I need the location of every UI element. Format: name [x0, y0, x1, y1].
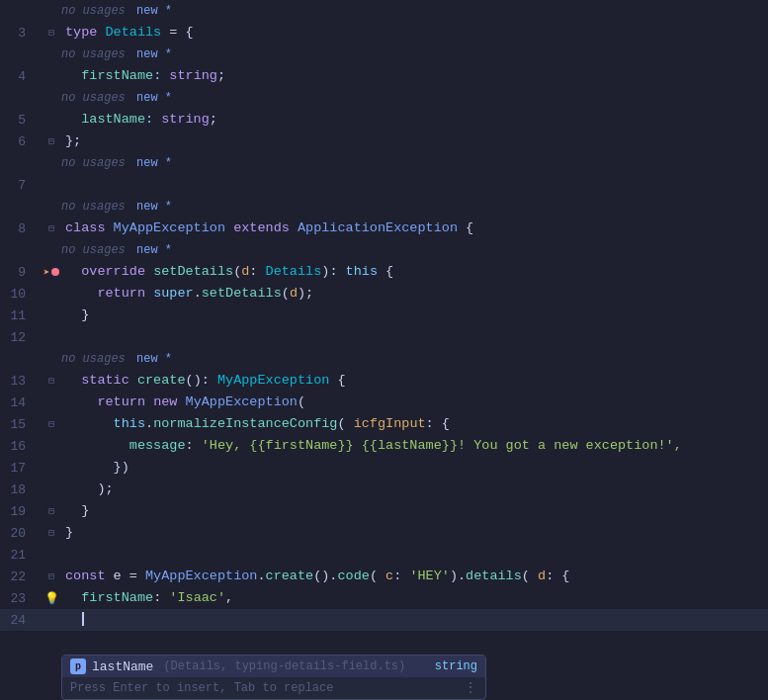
token-kw: const	[65, 569, 114, 583]
hint-link[interactable]: new *	[129, 47, 172, 61]
hint-link[interactable]: new *	[129, 243, 172, 257]
line-number: 24	[0, 613, 42, 628]
token-plain: .	[257, 569, 265, 583]
token-kw: override	[81, 264, 153, 279]
token-kw: extends	[233, 220, 298, 235]
fold-icon[interactable]: ⊟	[45, 527, 57, 539]
autocomplete-more-icon[interactable]: ⋮	[464, 679, 477, 696]
line-number: 21	[0, 548, 42, 563]
token-method2: normalizeInstanceConfig	[153, 416, 337, 431]
line-gutter: ⊟	[42, 135, 61, 147]
token-kw: type	[65, 25, 106, 40]
code-line: 3⊟type Details = {	[0, 22, 768, 44]
fold-icon[interactable]: ⊟	[45, 375, 57, 387]
line-content: firstName: string;	[61, 65, 768, 87]
token-plain: = {	[161, 25, 193, 40]
fold-icon[interactable]: ⊟	[45, 27, 57, 39]
line-number: 13	[0, 374, 42, 389]
code-line: 18 );	[0, 479, 768, 500]
fold-icon[interactable]: ⊟	[45, 418, 57, 430]
fold-icon[interactable]: ⊟	[45, 135, 57, 147]
hint-row: no usages new *	[0, 239, 768, 261]
line-content: };	[61, 131, 768, 152]
hint-link[interactable]: new *	[129, 352, 172, 366]
code-line: 4 firstName: string;	[0, 65, 768, 87]
hint-row: no usages new *	[0, 0, 768, 22]
line-content: type Details = {	[61, 22, 768, 44]
token-param: d	[538, 569, 546, 583]
line-gutter: 💡	[42, 591, 61, 606]
token-punctuation: :	[153, 68, 169, 83]
fold-icon[interactable]: ⊟	[45, 222, 57, 234]
code-line: 20⊟}	[0, 522, 768, 544]
hint-row: no usages new *	[0, 196, 768, 218]
code-line: 12	[0, 326, 768, 348]
token-plain: (	[337, 416, 353, 431]
hint-text: no usages	[61, 352, 126, 366]
token-plain: (	[522, 569, 538, 583]
fold-icon[interactable]: ⊟	[45, 570, 57, 582]
token-param: icfgInput	[354, 416, 426, 431]
autocomplete-item-type: string	[435, 659, 477, 673]
token-method2: code	[337, 569, 369, 583]
token-plain: ).	[450, 569, 466, 583]
code-line: 19⊟ }	[0, 500, 768, 522]
code-line: 5 lastName: string;	[0, 109, 768, 131]
hint-link[interactable]: new *	[129, 4, 172, 18]
code-line: 16 message: 'Hey, {{firstName}} {{lastNa…	[0, 435, 768, 457]
token-plain: );	[298, 286, 313, 301]
line-gutter: ➤	[42, 266, 61, 279]
token-type-name: Details	[266, 264, 322, 279]
line-number: 23	[0, 591, 42, 606]
bulb-icon[interactable]: 💡	[44, 591, 59, 606]
token-plain: ,	[225, 590, 233, 605]
token-kw: static	[81, 373, 137, 388]
token-plain: : {	[426, 416, 450, 431]
line-content: class MyAppException extends Application…	[61, 218, 768, 239]
line-content: firstName: 'Isaac',	[61, 587, 768, 609]
line-number: 15	[0, 417, 42, 432]
line-gutter: ⊟	[42, 505, 61, 517]
hint-link[interactable]: new *	[129, 156, 172, 170]
line-gutter: ⊟	[42, 527, 61, 539]
token-punctuation: :	[145, 112, 161, 127]
line-number: 10	[0, 287, 42, 302]
token-plain: :	[153, 590, 169, 605]
token-type-name: Details	[106, 25, 162, 40]
token-plain: }	[81, 503, 89, 518]
token-property: firstName	[81, 68, 153, 83]
hint-row: no usages new *	[0, 152, 768, 174]
token-kw2: this	[114, 416, 145, 431]
autocomplete-popup[interactable]: p lastName (Details, typing-details-fiel…	[61, 655, 486, 700]
line-content: })	[61, 457, 768, 479]
hint-link[interactable]: new *	[129, 91, 172, 105]
code-line: 9➤ override setDetails(d: Details): this…	[0, 261, 768, 283]
autocomplete-item[interactable]: p lastName (Details, typing-details-fiel…	[62, 656, 485, 677]
token-kw: string	[169, 68, 217, 83]
hint-text: no usages	[61, 200, 126, 214]
hint-link[interactable]: new *	[129, 200, 172, 214]
token-plain: ().	[313, 569, 337, 583]
token-class-name: ApplicationException	[298, 220, 458, 235]
line-number: 19	[0, 504, 42, 519]
line-gutter: ⊟	[42, 27, 61, 39]
line-content: }	[61, 522, 768, 544]
token-class-name: MyAppException	[114, 220, 225, 235]
token-param: c	[385, 569, 393, 583]
line-content: static create(): MyAppException {	[61, 370, 768, 392]
line-gutter: ⊟	[42, 375, 61, 387]
hint-row: no usages new *	[0, 87, 768, 109]
line-number: 3	[0, 26, 42, 41]
token-plain: })	[114, 460, 129, 475]
line-gutter: ⊟	[42, 570, 61, 582]
debug-arrow-icon: ➤	[43, 266, 50, 279]
line-number: 11	[0, 308, 42, 323]
token-plain: {	[458, 220, 473, 235]
token-plain: (	[370, 569, 385, 583]
code-line: 6⊟};	[0, 131, 768, 152]
token-kw: class	[65, 220, 114, 235]
token-class-name: MyAppException	[145, 569, 257, 583]
fold-icon[interactable]: ⊟	[45, 505, 57, 517]
line-number: 9	[0, 265, 42, 280]
token-kw2: this	[346, 264, 378, 279]
